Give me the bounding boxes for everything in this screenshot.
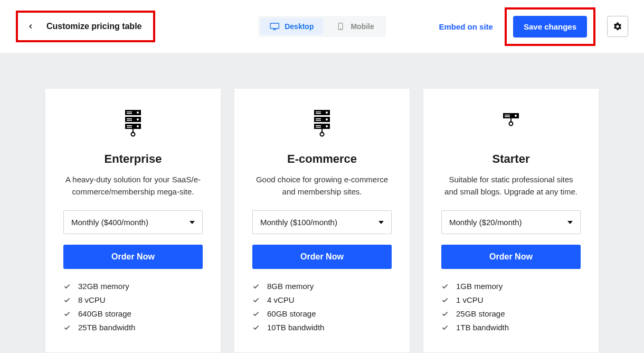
pricing-card-enterprise: Enterprise A heavy-duty solution for you… [45,89,221,352]
feature-item: 25GB storage [441,309,581,318]
svg-rect-25 [316,112,321,113]
order-button[interactable]: Order Now [441,245,581,269]
embed-link[interactable]: Embed on site [439,22,493,31]
page-title: Customize pricing table [46,22,141,31]
check-icon [252,324,260,331]
viewport-switcher: Desktop Mobile [258,16,386,37]
caret-down-icon [378,221,384,224]
feature-item: 10TB bandwidth [252,323,392,332]
svg-rect-29 [316,125,321,126]
viewport-desktop-label: Desktop [285,22,314,31]
svg-point-23 [326,118,328,120]
feature-list: 8GB memory 4 vCPU 60GB storage 10TB band… [252,282,392,332]
check-icon [441,324,449,331]
title-highlight-box: Customize pricing table [16,11,155,42]
back-button[interactable] [24,20,37,33]
billing-period-select[interactable]: Monthly ($20/month) [441,210,581,234]
feature-item: 8 vCPU [63,295,203,304]
svg-point-24 [326,125,328,127]
pricing-card-starter: Starter Suitable for static professional… [423,89,599,352]
check-icon [441,283,449,290]
svg-point-34 [515,115,517,117]
caret-down-icon [190,221,195,224]
feature-item: 32GB memory [63,282,203,291]
check-icon [252,283,260,290]
svg-rect-28 [316,120,321,121]
plan-description: Good choice for growing e-commerce and m… [252,173,392,199]
svg-rect-0 [270,23,279,29]
feature-item: 25TB bandwidth [63,323,203,332]
svg-point-9 [137,118,139,120]
chevron-left-icon [27,23,34,30]
feature-item: 60GB storage [252,309,392,318]
check-icon [252,296,260,304]
plan-description: Suitable for static professional sites a… [441,173,581,199]
settings-button[interactable] [607,16,628,37]
selected-option: Monthly ($100/month) [260,218,337,227]
check-icon [63,324,71,331]
order-button[interactable]: Order Now [63,245,203,269]
billing-period-select[interactable]: Monthly ($100/month) [252,210,392,234]
check-icon [441,310,449,318]
save-button[interactable]: Save changes [513,16,587,38]
pricing-card-ecommerce: E-commerce Good choice for growing e-com… [234,89,410,352]
plan-name: Enterprise [63,152,203,166]
viewport-mobile-label: Mobile [351,22,374,31]
order-button[interactable]: Order Now [252,245,392,269]
feature-item: 1GB memory [441,282,581,291]
svg-point-10 [137,125,139,127]
server-icon [63,109,203,137]
top-bar: Customize pricing table Desktop Mobile E… [0,0,644,53]
check-icon [63,310,71,318]
feature-item: 1 vCPU [441,295,581,304]
svg-rect-11 [127,112,132,113]
server-icon [441,109,581,137]
svg-rect-16 [127,127,132,128]
server-icon [252,109,392,137]
caret-down-icon [567,221,573,224]
gear-icon [613,22,622,31]
svg-point-22 [326,112,328,114]
svg-rect-30 [316,127,321,128]
svg-rect-36 [505,116,510,117]
mobile-icon [336,23,345,30]
viewport-desktop-button[interactable]: Desktop [260,18,323,35]
check-icon [252,310,260,318]
svg-point-8 [137,112,139,114]
selected-option: Monthly ($400/month) [71,218,148,227]
check-icon [63,296,71,304]
viewport-mobile-button[interactable]: Mobile [326,18,383,35]
billing-period-select[interactable]: Monthly ($400/month) [63,210,203,234]
feature-item: 640GB storage [63,309,203,318]
svg-rect-26 [316,113,321,114]
svg-rect-12 [127,113,132,114]
feature-item: 8GB memory [252,282,392,291]
action-group: Embed on site Save changes [439,7,628,46]
plan-name: Starter [441,152,581,166]
svg-rect-14 [127,120,132,121]
check-icon [63,283,71,290]
svg-rect-15 [127,125,132,126]
feature-item: 4 vCPU [252,295,392,304]
save-highlight-box: Save changes [505,7,595,46]
check-icon [441,296,449,304]
svg-rect-35 [505,115,510,116]
plan-description: A heavy-duty solution for your SaaS/e-co… [63,173,203,199]
preview-canvas: Enterprise A heavy-duty solution for you… [0,53,644,353]
feature-list: 32GB memory 8 vCPU 640GB storage 25TB ba… [63,282,203,332]
feature-list: 1GB memory 1 vCPU 25GB storage 1TB bandw… [441,282,581,332]
selected-option: Monthly ($20/month) [449,218,522,227]
svg-rect-27 [316,118,321,119]
feature-item: 1TB bandwidth [441,323,581,332]
svg-rect-13 [127,118,132,119]
desktop-icon [270,23,279,30]
plan-name: E-commerce [252,152,392,166]
